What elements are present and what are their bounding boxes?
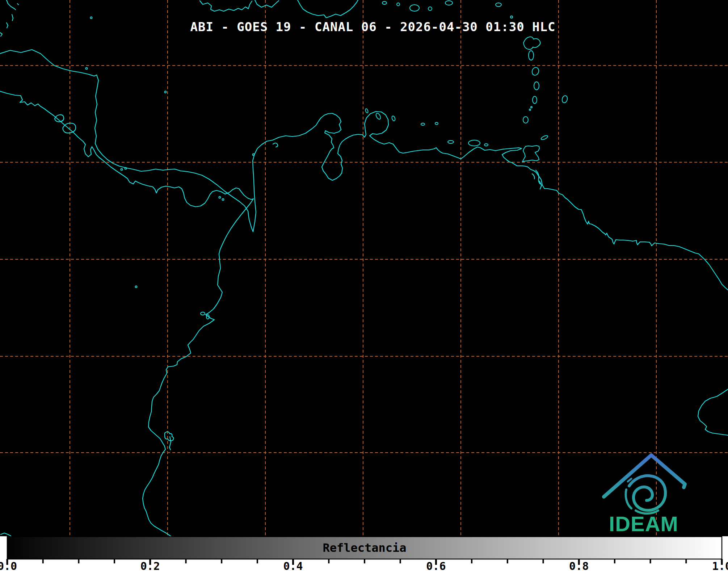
colorbar: Reflectancia 0.0 0.2 0.4 0.6 0.8 1.0	[0, 536, 728, 571]
tick-label-1: 0.2	[140, 560, 160, 571]
image-title: ABI - GOES 19 - CANAL 06 - 2026-04-30 01…	[190, 20, 555, 34]
satellite-image-viewport: ABI - GOES 19 - CANAL 06 - 2026-04-30 01…	[0, 0, 728, 571]
tick-label-3: 0.6	[426, 560, 446, 571]
goes-satellite-map: ABI - GOES 19 - CANAL 06 - 2026-04-30 01…	[0, 0, 728, 571]
colorbar-label: Reflectancia	[323, 541, 406, 555]
ideam-logo-text: IDEAM	[609, 512, 678, 536]
tick-label-2: 0.4	[283, 560, 303, 571]
tick-label-5: 1.0	[712, 560, 728, 571]
map-background	[0, 0, 728, 536]
tick-label-0: 0.0	[0, 560, 17, 571]
tick-label-4: 0.8	[569, 560, 589, 571]
